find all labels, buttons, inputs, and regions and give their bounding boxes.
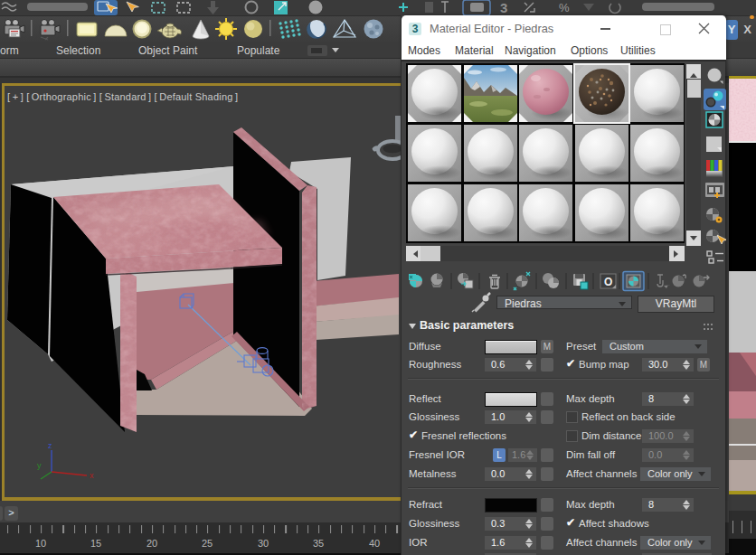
- svg-text:z: z: [48, 441, 52, 450]
- svg-text:O: O: [604, 276, 612, 288]
- svg-text:y: y: [37, 461, 42, 470]
- svg-text:x: x: [90, 471, 94, 480]
